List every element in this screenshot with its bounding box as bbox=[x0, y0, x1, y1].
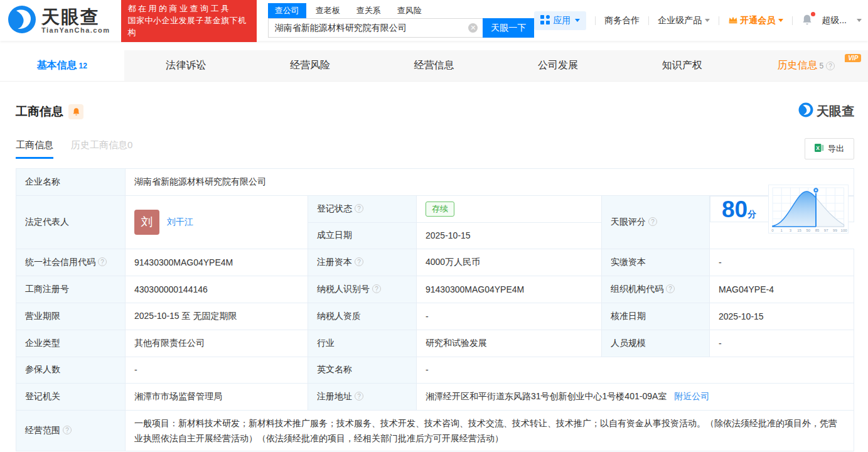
table-row: 经营范围? 一般项目：新材料技术研发；新材料技术推广服务；技术服务、技术开发、技… bbox=[16, 410, 854, 451]
business-scope-label-text: 经营范围 bbox=[25, 425, 60, 435]
help-icon[interactable]: ? bbox=[63, 426, 72, 434]
taxpayer-id-label: 纳税人识别号? bbox=[308, 276, 417, 303]
apps-label: 应用 bbox=[553, 15, 571, 26]
slogan-line1: 都在用的商业查询工具 bbox=[127, 3, 250, 14]
tab-basic-info[interactable]: 基本信息 12 bbox=[0, 50, 124, 81]
axis-tick: 3 bbox=[789, 229, 791, 232]
nav-open-vip[interactable]: 开通会员 bbox=[728, 15, 783, 26]
nearby-companies-link[interactable]: 附近公司 bbox=[674, 391, 709, 401]
search-tab-relation[interactable]: 查关系 bbox=[350, 3, 388, 18]
help-icon[interactable]: ? bbox=[648, 217, 657, 226]
search-button[interactable]: 天眼一下 bbox=[483, 18, 534, 38]
apps-menu[interactable]: 应用 bbox=[534, 11, 586, 30]
tianyancha-logo[interactable]: 天眼查 TianYanCha.com bbox=[8, 5, 110, 36]
slogan-banner: 都在用的商业查询工具 国家中小企业发展子基金旗下机构 bbox=[121, 0, 256, 42]
taxpayer-id-value: 91430300MAG04YPE4M bbox=[417, 276, 602, 303]
section-title: 工商信息 bbox=[16, 104, 63, 120]
apps-grid-icon bbox=[540, 15, 550, 26]
table-row: 参保人数 - 英文名称 - bbox=[16, 357, 854, 383]
staff-size-value: - bbox=[710, 330, 854, 357]
reg-capital-label: 注册资本? bbox=[308, 249, 417, 276]
table-row: 营业期限 2025-10-15 至 无固定期限 纳税人资质 - 核准日期 202… bbox=[16, 303, 854, 330]
search-tab-company[interactable]: 查公司 bbox=[268, 3, 306, 18]
open-vip-label: 开通会员 bbox=[740, 15, 775, 26]
insured-value: - bbox=[126, 357, 308, 383]
tab-count: 5 bbox=[819, 62, 823, 70]
status-badge: 存续 bbox=[426, 202, 454, 217]
search-tab-risk[interactable]: 查风险 bbox=[390, 3, 429, 18]
credit-code-label: 统一社会信用代码? bbox=[16, 249, 126, 276]
company-tabbar: 基本信息 12 法律诉讼 经营风险 经营信息 公司发展 知识产权 VIP 历史信… bbox=[0, 50, 868, 82]
monitor-bell-icon[interactable] bbox=[68, 104, 83, 119]
tab-company-development[interactable]: 公司发展 bbox=[496, 50, 620, 81]
enterprise-products-label: 企业级产品 bbox=[658, 15, 702, 26]
company-name-label: 企业名称 bbox=[16, 169, 126, 196]
notification-bell-icon[interactable] bbox=[801, 14, 813, 28]
industry-label: 行业 bbox=[308, 330, 417, 357]
english-name-value: - bbox=[417, 357, 854, 383]
tab-operation-risk[interactable]: 经营风险 bbox=[248, 50, 372, 81]
english-name-label: 英文名称 bbox=[308, 357, 417, 383]
business-scope-value: 一般项目：新材料技术研发；新材料技术推广服务；技术服务、技术开发、技术咨询、技术… bbox=[126, 410, 854, 451]
top-header: 天眼查 TianYanCha.com 都在用的商业查询工具 国家中小企业发展子基… bbox=[0, 0, 868, 41]
address-label-text: 注册地址 bbox=[317, 391, 352, 401]
nav-enterprise-products[interactable]: 企业级产品 bbox=[658, 15, 710, 26]
subtab-business-registration[interactable]: 工商信息 bbox=[16, 139, 53, 159]
tab-business-info[interactable]: 经营信息 bbox=[372, 50, 496, 81]
staff-size-label: 人员规模 bbox=[602, 330, 710, 357]
tab-label: 历史信息 bbox=[777, 59, 817, 72]
tab-label: 经营信息 bbox=[414, 59, 454, 72]
main-content: 工商信息 天眼查 工商信息 历史工商信息0 X 导出 企业名称 湖南省新能源材料… bbox=[0, 82, 868, 451]
export-button[interactable]: X 导出 bbox=[805, 138, 854, 159]
table-row: 企业名称 湖南省新能源材料研究院有限公司 bbox=[16, 169, 854, 196]
score-distribution-chart: 0 1 3 15 50 85 97 99 100 bbox=[768, 185, 849, 234]
credit-code-value: 91430300MAG04YPE4M bbox=[126, 249, 308, 276]
tab-history-info[interactable]: VIP 历史信息 5 ? bbox=[744, 50, 868, 81]
company-type-value: 其他有限责任公司 bbox=[126, 330, 308, 357]
user-name: 超级... bbox=[822, 15, 847, 26]
nav-cooperation[interactable]: 商务合作 bbox=[604, 15, 640, 26]
score-value: 80 bbox=[722, 196, 747, 222]
subtab-row: 工商信息 历史工商信息0 X 导出 bbox=[16, 138, 854, 159]
business-term-value: 2025-10-15 至 无固定期限 bbox=[126, 303, 308, 330]
legal-rep-link[interactable]: 刘干江 bbox=[167, 217, 193, 228]
axis-tick: 0 bbox=[771, 229, 774, 232]
org-code-label: 组织机构代码? bbox=[602, 276, 710, 303]
company-type-label: 企业类型 bbox=[16, 330, 126, 357]
score-unit: 分 bbox=[747, 209, 756, 219]
chevron-down-icon bbox=[575, 19, 580, 22]
search-input-wrap: ✕ bbox=[268, 18, 483, 38]
industry-value: 研究和试验发展 bbox=[417, 330, 602, 357]
search-tab-boss[interactable]: 查老板 bbox=[309, 3, 347, 18]
reg-status-label: 登记状态? bbox=[308, 196, 417, 223]
tab-label: 经营风险 bbox=[290, 59, 330, 72]
chevron-down-icon bbox=[778, 19, 783, 22]
subtab-history-registration[interactable]: 历史工商信息0 bbox=[71, 139, 132, 159]
help-icon[interactable]: ? bbox=[98, 257, 107, 266]
address-cell: 湘潭经开区和平街道东风路31号创新创业中心1号楼401-09A室 附近公司 bbox=[417, 383, 854, 410]
taxpayer-quality-label: 纳税人资质 bbox=[308, 303, 417, 330]
watermark-logo-icon bbox=[798, 102, 813, 121]
divider bbox=[595, 16, 596, 25]
axis-tick: 15 bbox=[797, 229, 801, 232]
legal-rep-avatar[interactable]: 刘 bbox=[134, 210, 159, 235]
tab-legal-lawsuits[interactable]: 法律诉讼 bbox=[124, 50, 249, 81]
user-account[interactable]: 超级... bbox=[822, 15, 847, 26]
help-icon[interactable]: ? bbox=[666, 284, 675, 293]
help-icon[interactable]: ? bbox=[355, 392, 363, 401]
watermark-text: 天眼查 bbox=[817, 103, 854, 120]
help-icon[interactable]: ? bbox=[826, 62, 835, 70]
crown-icon bbox=[728, 15, 738, 26]
help-icon[interactable]: ? bbox=[355, 204, 363, 213]
divider bbox=[648, 16, 649, 25]
tab-label: 公司发展 bbox=[538, 59, 578, 72]
table-row: 工商注册号 430300000144146 纳税人识别号? 91430300MA… bbox=[16, 276, 854, 303]
help-icon[interactable]: ? bbox=[355, 257, 363, 266]
help-icon[interactable]: ? bbox=[372, 284, 381, 293]
tab-intellectual-property[interactable]: 知识产权 bbox=[620, 50, 744, 81]
chevron-down-icon[interactable] bbox=[857, 19, 862, 22]
chevron-down-icon bbox=[705, 19, 710, 22]
search-input[interactable] bbox=[269, 19, 483, 37]
reg-number-label: 工商注册号 bbox=[16, 276, 126, 303]
approval-date-label: 核准日期 bbox=[602, 303, 710, 330]
